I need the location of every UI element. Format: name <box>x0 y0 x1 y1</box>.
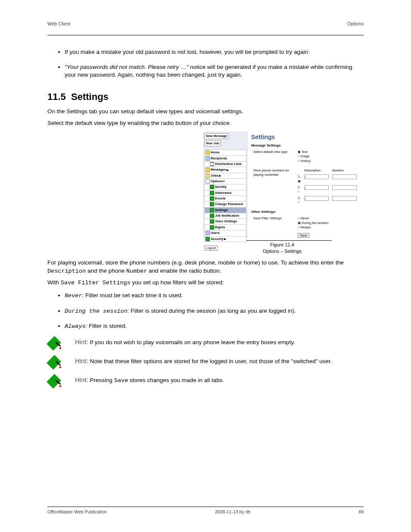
sidebar-item-change-password[interactable]: Change Password <box>204 202 246 207</box>
code-term: Save <box>114 377 128 384</box>
sidebar-item-identity[interactable]: Identity <box>204 184 246 190</box>
desc-input-3[interactable] <box>304 196 329 201</box>
hint-icon <box>47 357 63 369</box>
figure-settings: New Message New Job Home Recipients Dist… <box>202 131 364 239</box>
code-term: Number <box>126 268 147 274</box>
radio-never[interactable]: ○ Never <box>298 216 328 221</box>
page-footer: OfficeMaster Web Publication 2008-11-13 … <box>47 507 364 515</box>
wrench-icon <box>210 191 214 195</box>
header-rule <box>47 35 364 35</box>
sidebar-item-addresses[interactable]: Addresses <box>204 190 246 196</box>
sidebar-item-security[interactable]: Security▶ <box>204 236 246 242</box>
num-input-3[interactable] <box>332 196 357 201</box>
sidebar-item-users[interactable]: Users <box>204 230 246 236</box>
radio-row3[interactable]: ○ <box>298 200 300 204</box>
hint-icon <box>47 376 63 388</box>
intro-para-2: Select the default view type by enabling… <box>47 119 364 128</box>
label-default-view: Select default view type: <box>252 149 296 164</box>
hint-block: Hint: Note that these filter options are… <box>47 357 364 369</box>
list-item: During the session: Filter is stored dur… <box>65 307 364 316</box>
sidebar-item-jobs[interactable]: Jobs▶ <box>204 173 246 179</box>
chevron-right-icon: ▶ <box>227 168 229 171</box>
wrench-icon <box>210 214 214 218</box>
radio-text[interactable]: ◉ Text <box>298 150 311 154</box>
footer-pub: OfficeMaster Web Publication <box>47 509 107 515</box>
wrench-icon <box>210 202 214 206</box>
page-header-left: Web Client <box>47 21 71 27</box>
hint-icon <box>47 338 63 350</box>
sidebar-item-settings[interactable]: Settings <box>204 208 246 213</box>
options-icon <box>206 179 210 184</box>
wrench-icon <box>210 219 214 224</box>
option-label: During the session <box>65 308 128 314</box>
voicemail-instructions: For playing voicemail, store the phone n… <box>47 259 364 275</box>
logout-button[interactable]: Logout <box>204 246 218 251</box>
sidebar-item-home[interactable]: Home <box>204 149 246 156</box>
jobs-icon <box>206 174 210 178</box>
chevron-down-icon: ▾ <box>223 180 225 183</box>
num-input-2[interactable] <box>332 185 357 190</box>
filter-instructions: With Save Filter Settings you set up how… <box>47 279 364 287</box>
radio-image[interactable]: ○ Image <box>298 154 311 159</box>
page-header-right: Options <box>347 21 364 27</box>
hint-text: Pressing Save stores changes you made in… <box>90 377 224 383</box>
save-button[interactable]: Save <box>298 233 309 238</box>
error-msg-text: "Your passwords did not match. Please re… <box>65 64 188 70</box>
sidebar-item-messages[interactable]: Messages▶ <box>204 167 246 173</box>
num-input-1[interactable] <box>332 174 357 179</box>
wrench-icon <box>210 196 214 201</box>
sidebar-item-job-notification[interactable]: Job Notification <box>204 213 246 219</box>
radio-row1[interactable]: ◉ <box>298 179 301 183</box>
section-number: 11.5 <box>47 91 66 102</box>
sidebar: New Message New Job Home Recipients Dist… <box>203 131 248 238</box>
hint-label: Hint: <box>75 338 88 345</box>
desc-input-2[interactable] <box>304 185 329 190</box>
security-icon <box>206 237 210 241</box>
group-other-settings: Other Settings: <box>251 209 359 214</box>
code-term: Description <box>47 268 86 274</box>
code-term: Save Filter Settings <box>61 280 131 286</box>
hint-block: Hint: Pressing Save stores changes you m… <box>47 376 364 388</box>
row-num: 1. <box>298 174 300 178</box>
section-title: Settings <box>71 91 109 102</box>
row-num: 3. <box>298 196 300 200</box>
sidebar-item-voice-settings[interactable]: Voice Settings <box>204 219 246 224</box>
col-number: Number: <box>331 168 358 173</box>
chevron-right-icon: ▶ <box>219 174 221 177</box>
list-item: If you make a mistake your old password … <box>65 48 364 56</box>
label-save-filter: Save Filter Settings: <box>252 216 296 238</box>
label-store-numbers: Store phone numbers for playing voicemai… <box>252 168 296 205</box>
list-item: Never: Filter must be set each time it i… <box>65 292 364 300</box>
col-description: Description: <box>303 168 330 173</box>
filter-options-list: Never: Filter must be set each time it i… <box>47 292 364 331</box>
hint-block: Hint: If you do not wish to play voicema… <box>47 338 364 350</box>
option-label: Never <box>65 292 82 299</box>
radio-session[interactable]: ◉ During the session <box>298 221 328 225</box>
radio-row2[interactable]: ○ <box>298 190 300 193</box>
chevron-right-icon: ▶ <box>224 237 226 240</box>
settings-panel: Settings Message Settings: Select defaul… <box>248 131 362 238</box>
radio-always[interactable]: ○ Always <box>298 225 328 230</box>
sidebar-item-events[interactable]: Events <box>204 196 246 202</box>
wrench-icon <box>210 225 214 230</box>
sidebar-item-recipients[interactable]: Recipients <box>204 156 246 162</box>
hint-label: Hint: <box>75 376 88 383</box>
new-job-button[interactable]: New Job <box>204 140 221 146</box>
list-item: Always: Filter is stored. <box>65 322 364 331</box>
recipients-icon <box>206 156 210 161</box>
sidebar-item-distribution-lists[interactable]: Distribution Lists <box>204 162 246 167</box>
desc-input-1[interactable] <box>304 174 329 179</box>
password-notes-list: If you make a mistake your old password … <box>47 48 364 79</box>
messages-icon <box>206 168 210 172</box>
new-message-button[interactable]: New Message <box>204 133 229 139</box>
section-heading: 11.5 Settings <box>47 90 364 103</box>
home-icon <box>206 150 210 155</box>
group-message-settings: Message Settings: <box>251 143 359 148</box>
footer-date: 2008-11-13 by db <box>215 509 250 515</box>
radio-history[interactable]: ○ History <box>298 159 311 163</box>
hint-text: If you do not wish to play voicemails on… <box>90 339 295 345</box>
sidebar-item-options[interactable]: Options▾ <box>204 179 246 184</box>
hint-text: Note that these filter options are store… <box>90 358 332 364</box>
sidebar-item-rights[interactable]: Rights <box>204 225 246 230</box>
text: If you make a mistake your old password … <box>65 49 310 55</box>
